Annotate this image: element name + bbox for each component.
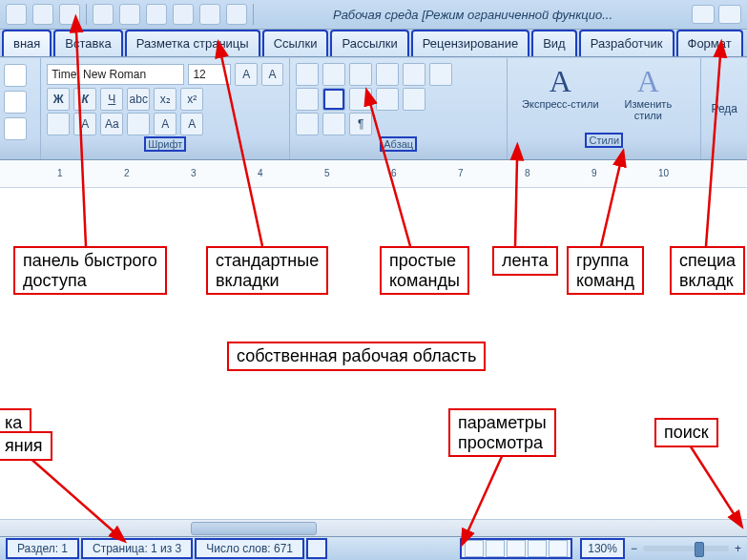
tab-format[interactable]: Формат xyxy=(676,30,743,56)
status-lang-icon[interactable] xyxy=(306,538,327,559)
shrink-font-icon[interactable]: A xyxy=(261,63,283,86)
char-shading-icon[interactable]: A xyxy=(180,113,203,135)
ribbon-tabs: вная Вставка Разметка страницы Ссылки Ра… xyxy=(0,30,747,57)
tab-mailing[interactable]: Рассылки xyxy=(330,30,408,56)
font-group: Time: New Roman 12 A A Ж К Ч abc x₂ x² A… xyxy=(41,58,290,159)
group-title-font: Шрифт xyxy=(47,136,283,152)
status-page[interactable]: Страница: 1 из 3 xyxy=(81,538,193,559)
zoom-slider[interactable]: 130% − + xyxy=(580,538,741,559)
multilevel-icon[interactable] xyxy=(349,63,372,86)
change-styles-button[interactable]: A Изменить стили xyxy=(609,66,687,121)
tab-home[interactable]: вная xyxy=(2,30,52,56)
ribbon: Time: New Roman 12 A A Ж К Ч abc x₂ x² A… xyxy=(0,57,747,160)
document-area[interactable] xyxy=(0,188,747,474)
underline-button[interactable]: Ч xyxy=(100,88,123,111)
callout-search: поиск xyxy=(654,418,718,447)
zoom-out-icon[interactable]: − xyxy=(631,542,637,555)
line-spacing-icon[interactable] xyxy=(403,88,425,111)
editing-label: Реда xyxy=(711,102,737,115)
change-styles-icon: A xyxy=(609,66,687,96)
undo-icon[interactable] xyxy=(32,4,53,25)
quick-styles-button[interactable]: A Экспресс-стили xyxy=(521,66,599,110)
bold-qat-icon[interactable] xyxy=(93,4,114,25)
bold-button[interactable]: Ж xyxy=(47,88,70,111)
tab-insert[interactable]: Вставка xyxy=(53,30,122,56)
ruler-mark: 9 xyxy=(591,168,597,178)
ruler-mark: 5 xyxy=(324,168,330,178)
strike-button[interactable]: abc xyxy=(127,88,150,111)
ruler-mark: 8 xyxy=(525,168,530,178)
status-words[interactable]: Число слов: 671 xyxy=(195,538,304,559)
view-draft-icon[interactable] xyxy=(549,540,568,557)
spelling-icon[interactable] xyxy=(199,4,220,25)
checklist-icon[interactable] xyxy=(173,4,194,25)
char-border-icon[interactable]: A xyxy=(154,113,176,135)
justify-icon[interactable] xyxy=(376,88,399,111)
status-section[interactable]: Раздел: 1 xyxy=(6,538,79,559)
view-read-icon[interactable] xyxy=(486,540,505,557)
ruler-mark: 2 xyxy=(124,168,130,178)
zoom-value[interactable]: 130% xyxy=(580,538,625,559)
ruler-mark: 7 xyxy=(458,168,464,178)
show-marks-icon[interactable]: ¶ xyxy=(349,113,372,135)
ruler-mark: 4 xyxy=(258,168,263,178)
cut-icon[interactable] xyxy=(4,64,27,87)
copy-icon[interactable] xyxy=(4,91,27,114)
borders-icon[interactable] xyxy=(322,113,345,135)
align-right-icon[interactable] xyxy=(349,88,372,111)
tab-view[interactable]: Вид xyxy=(531,30,577,56)
h-scrollbar[interactable] xyxy=(0,519,747,537)
sort-icon[interactable] xyxy=(429,63,452,86)
highlight-icon[interactable] xyxy=(47,113,70,135)
zoom-in-icon[interactable]: + xyxy=(735,542,741,555)
status-bar: Раздел: 1 Страница: 1 из 3 Число слов: 6… xyxy=(0,536,747,560)
change-case-icon[interactable]: Aa xyxy=(100,113,123,135)
align-center-icon[interactable] xyxy=(322,88,345,111)
font-size-combo[interactable]: 12 xyxy=(188,64,231,85)
zoom-track[interactable] xyxy=(643,546,729,551)
view-outline-icon[interactable] xyxy=(528,540,547,557)
clipboard-group xyxy=(0,58,41,159)
paragraph-group: ¶ Абзац xyxy=(290,58,508,159)
tab-links[interactable]: Ссылки xyxy=(262,30,329,56)
shading-icon[interactable] xyxy=(296,113,319,135)
tab-review[interactable]: Рецензирование xyxy=(411,30,529,56)
font-color-icon[interactable]: A xyxy=(73,113,96,135)
save-icon[interactable] xyxy=(6,4,27,25)
bullets-qat-icon[interactable] xyxy=(146,4,167,25)
subscript-button[interactable]: x₂ xyxy=(154,88,176,111)
font-name-combo[interactable]: Time: New Roman xyxy=(47,64,184,85)
superscript-button[interactable]: x² xyxy=(180,88,203,111)
minimize-icon[interactable] xyxy=(692,5,715,24)
callout-fragment-state: яния xyxy=(0,431,52,461)
tab-dev[interactable]: Разработчик xyxy=(579,30,674,56)
callout-view-params: параметры просмотра xyxy=(448,408,556,457)
grow-font-icon[interactable]: A xyxy=(235,63,257,86)
italic-qat-icon[interactable] xyxy=(119,4,140,25)
h-scroll-thumb[interactable] xyxy=(191,522,317,535)
clear-format-icon[interactable] xyxy=(127,113,150,135)
bullets-icon[interactable] xyxy=(296,63,319,86)
view-print-icon[interactable] xyxy=(465,540,484,557)
italic-button[interactable]: К xyxy=(73,88,96,111)
group-title-styles: Стили xyxy=(513,133,695,148)
ruler-mark: 3 xyxy=(191,168,197,178)
paste-icon[interactable] xyxy=(4,117,27,140)
redo-icon[interactable] xyxy=(59,4,80,25)
view-web-icon[interactable] xyxy=(507,540,526,557)
options-icon[interactable] xyxy=(226,4,247,25)
align-left-icon[interactable] xyxy=(296,88,319,111)
callout-cmd-group: группа команд xyxy=(567,246,644,295)
indent-inc-icon[interactable] xyxy=(403,63,425,86)
tab-layout[interactable]: Разметка страницы xyxy=(125,30,260,56)
zoom-thumb[interactable] xyxy=(695,542,704,557)
indent-dec-icon[interactable] xyxy=(376,63,399,86)
quick-access-toolbar: Рабочая среда [Режим ограниченной функци… xyxy=(0,0,747,30)
styles-group: A Экспресс-стили A Изменить стили Стили xyxy=(508,58,701,159)
horizontal-ruler[interactable]: 1 2 3 4 5 6 7 8 9 10 xyxy=(0,160,747,188)
separator xyxy=(253,4,254,25)
window-controls xyxy=(692,5,741,24)
numbering-icon[interactable] xyxy=(322,63,345,86)
maximize-icon[interactable] xyxy=(718,5,741,24)
ruler-mark: 10 xyxy=(658,168,669,178)
